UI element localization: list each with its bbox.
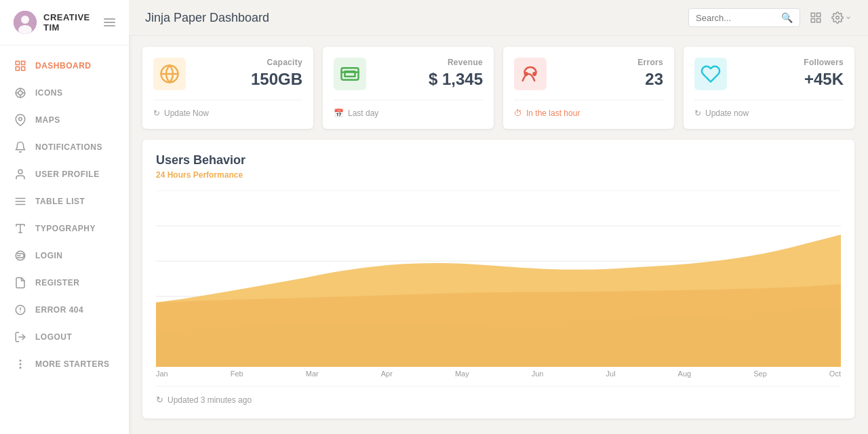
- svg-point-26: [20, 360, 21, 361]
- nav-label-icons: ICONS: [35, 88, 63, 98]
- nav-label-error-404: ERROR 404: [35, 305, 83, 315]
- main-content: Jinja Paper Dashboard 🔍: [129, 0, 868, 434]
- errors-icon-wrap: [514, 58, 547, 90]
- svg-rect-31: [817, 19, 821, 22]
- area-chart: 500 450 400 350 300: [156, 191, 841, 367]
- sidebar-item-notifications[interactable]: NOTIFICATIONS: [0, 134, 129, 161]
- sidebar-item-logout[interactable]: LOGOUT: [0, 323, 129, 351]
- x-axis-labels: Jan Feb Mar Apr May Jun Jul Aug Sep Oct: [156, 367, 841, 378]
- login-icon: [14, 249, 27, 262]
- nav-label-notifications: NOTIFICATIONS: [35, 142, 102, 152]
- x-label-may: May: [455, 370, 469, 378]
- revenue-footer-text: Last day: [348, 108, 378, 118]
- svg-point-25: [20, 363, 21, 365]
- sidebar-item-dashboard[interactable]: DASHBOARD: [0, 52, 129, 79]
- sidebar-item-table-list[interactable]: TABLE LIST: [0, 188, 129, 215]
- svg-point-1: [21, 16, 29, 24]
- capacity-refresh-icon: ↻: [153, 108, 160, 118]
- svg-rect-5: [22, 67, 25, 71]
- followers-label: Followers: [804, 58, 844, 67]
- avatar: [14, 11, 37, 34]
- capacity-label: Capacity: [251, 58, 302, 67]
- x-label-jun: Jun: [532, 370, 544, 378]
- sidebar-toggle[interactable]: [104, 16, 115, 28]
- svg-point-14: [18, 170, 22, 174]
- followers-icon-wrap: [694, 58, 727, 90]
- sidebar-item-error-404[interactable]: ERROR 404: [0, 296, 129, 323]
- sidebar-brand: CREATIVE TIM: [0, 0, 129, 45]
- sidebar-item-user-profile[interactable]: USER PROFILE: [0, 161, 129, 188]
- chart-area: 500 450 400 350 300 Jan Feb Mar: [156, 191, 841, 378]
- followers-footer-text[interactable]: Update now: [705, 108, 749, 118]
- page-title: Jinja Paper Dashboard: [145, 11, 269, 25]
- sidebar: CREATIVE TIM DASHBOARD: [0, 0, 129, 434]
- chart-footer-text: Updated 3 minutes ago: [167, 395, 252, 405]
- stat-card-errors: Errors 23 ⏱ In the last hour: [503, 47, 674, 129]
- svg-point-27: [20, 368, 21, 369]
- capacity-icon-wrap: [153, 58, 186, 90]
- chart-title: Users Behavior: [156, 153, 841, 167]
- errors-label: Errors: [637, 58, 663, 67]
- sidebar-item-login[interactable]: LOGIN: [0, 242, 129, 269]
- grid-icon[interactable]: [810, 12, 822, 24]
- svg-rect-30: [811, 19, 814, 22]
- sidebar-nav: DASHBOARD ICONS MAPS: [0, 45, 129, 434]
- search-box[interactable]: 🔍: [688, 8, 800, 27]
- svg-rect-6: [16, 67, 19, 71]
- errors-clock-icon: ⏱: [514, 108, 522, 118]
- nav-label-table-list: TABLE LIST: [35, 197, 85, 206]
- svg-rect-28: [811, 13, 814, 16]
- svg-rect-3: [16, 61, 19, 64]
- nav-label-logout: LOGOUT: [35, 332, 72, 342]
- nav-label-user-profile: USER PROFILE: [35, 170, 100, 179]
- svg-point-38: [525, 73, 528, 75]
- sidebar-item-register[interactable]: REGISTER: [0, 269, 129, 296]
- followers-value: +45K: [804, 70, 844, 89]
- sidebar-item-icons[interactable]: ICONS: [0, 79, 129, 106]
- nav-label-more-starters: MORE STARTERS: [35, 359, 110, 369]
- svg-rect-4: [22, 61, 25, 64]
- x-label-jul: Jul: [606, 370, 616, 378]
- revenue-calendar-icon: 📅: [334, 108, 344, 118]
- nav-label-register: REGISTER: [35, 278, 79, 288]
- followers-refresh-icon: ↻: [694, 108, 701, 118]
- user-profile-icon: [14, 167, 27, 181]
- heart-icon: [701, 64, 721, 84]
- revenue-label: Revenue: [429, 58, 483, 67]
- typography-icon: [14, 222, 27, 235]
- header: Jinja Paper Dashboard 🔍: [129, 0, 868, 36]
- search-input[interactable]: [696, 13, 777, 23]
- nav-label-maps: MAPS: [35, 115, 60, 125]
- money-icon: [340, 64, 360, 84]
- settings-icon[interactable]: [831, 12, 852, 24]
- revenue-value: $ 1,345: [429, 70, 483, 89]
- search-icon[interactable]: 🔍: [781, 12, 793, 23]
- sidebar-item-maps[interactable]: MAPS: [0, 106, 129, 134]
- sidebar-item-typography[interactable]: TYPOGRAPHY: [0, 215, 129, 242]
- svg-point-32: [836, 16, 840, 20]
- register-icon: [14, 276, 27, 290]
- svg-point-7: [18, 91, 22, 95]
- icons-icon: [14, 86, 27, 100]
- errors-footer-text: In the last hour: [526, 108, 580, 118]
- x-label-jan: Jan: [156, 370, 168, 378]
- bezier-icon: [520, 64, 540, 84]
- x-label-feb: Feb: [231, 370, 243, 378]
- sidebar-item-more-starters[interactable]: MORE STARTERS: [0, 351, 129, 378]
- capacity-value: 150GB: [251, 70, 302, 89]
- chart-refresh-icon: ↻: [156, 395, 163, 405]
- nav-label-dashboard: DASHBOARD: [35, 61, 92, 71]
- header-actions: 🔍: [688, 8, 852, 27]
- chart-subtitle-rest: Hours Performance: [165, 170, 243, 180]
- table-list-icon: [14, 195, 27, 208]
- capacity-footer-text[interactable]: Update Now: [164, 108, 209, 118]
- revenue-icon-wrap: [334, 58, 366, 90]
- x-label-apr: Apr: [381, 370, 393, 378]
- logout-icon: [14, 330, 27, 344]
- globe-icon: [159, 64, 180, 84]
- brand-name: CREATIVE TIM: [43, 12, 104, 33]
- content-area: Capacity 150GB ↻ Update Now: [129, 36, 868, 434]
- error-404-icon: [14, 303, 27, 317]
- stat-card-revenue: Revenue $ 1,345 📅 Last day: [323, 47, 494, 129]
- svg-point-39: [533, 73, 536, 75]
